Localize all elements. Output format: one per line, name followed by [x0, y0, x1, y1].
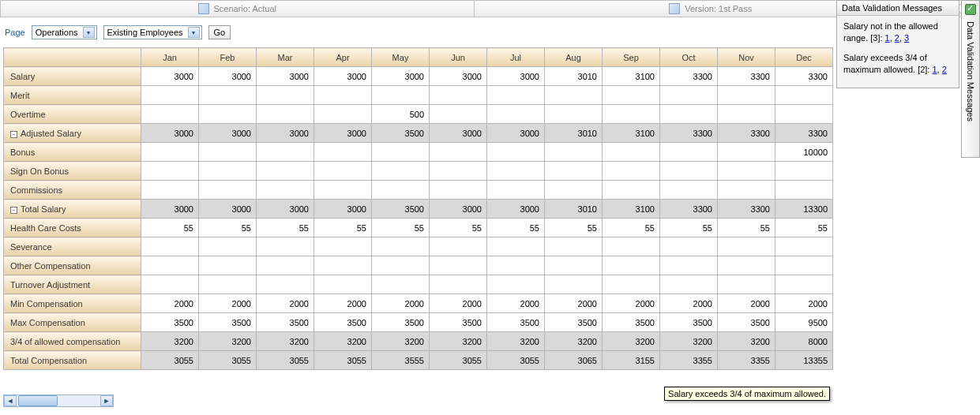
- data-cell[interactable]: 3000: [199, 200, 257, 219]
- column-header[interactable]: Jul: [487, 48, 545, 67]
- data-cell[interactable]: 3100: [603, 67, 660, 86]
- data-cell[interactable]: [603, 256, 660, 275]
- column-header[interactable]: Dec: [775, 48, 833, 67]
- data-cell[interactable]: 3055: [257, 351, 314, 370]
- data-cell[interactable]: [314, 162, 372, 181]
- data-cell[interactable]: [199, 143, 257, 162]
- data-cell[interactable]: 3000: [141, 200, 199, 219]
- data-cell[interactable]: 3065: [545, 351, 603, 370]
- data-cell[interactable]: [141, 237, 199, 256]
- data-cell[interactable]: [603, 143, 660, 162]
- data-cell[interactable]: [487, 143, 545, 162]
- data-cell[interactable]: [487, 86, 545, 105]
- data-cell[interactable]: 3055: [199, 351, 257, 370]
- data-cell[interactable]: [603, 275, 660, 294]
- data-cell[interactable]: [372, 237, 430, 256]
- data-cell[interactable]: 3055: [141, 351, 199, 370]
- data-cell[interactable]: 3200: [603, 332, 660, 351]
- data-cell[interactable]: 3300: [775, 67, 833, 86]
- data-cell[interactable]: 13355: [775, 351, 833, 370]
- data-cell[interactable]: [314, 105, 372, 124]
- data-cell[interactable]: 3500: [430, 313, 487, 332]
- dimension1-select[interactable]: Operations ▾: [32, 25, 97, 39]
- data-cell[interactable]: [603, 181, 660, 200]
- data-cell[interactable]: 55: [775, 219, 833, 237]
- data-cell[interactable]: [141, 256, 199, 275]
- data-cell[interactable]: 3010: [545, 200, 603, 219]
- data-cell[interactable]: [775, 275, 833, 294]
- data-cell[interactable]: [430, 256, 487, 275]
- data-cell[interactable]: 3000: [141, 124, 199, 143]
- data-cell[interactable]: 55: [314, 219, 372, 237]
- data-cell[interactable]: [603, 237, 660, 256]
- data-cell[interactable]: [775, 256, 833, 275]
- data-cell[interactable]: 3300: [660, 124, 718, 143]
- data-cell[interactable]: [775, 162, 833, 181]
- data-cell[interactable]: [487, 181, 545, 200]
- data-cell[interactable]: [257, 143, 314, 162]
- data-cell[interactable]: 3500: [314, 313, 372, 332]
- validation-link[interactable]: 1: [885, 33, 890, 43]
- row-header[interactable]: 3/4 of allowed compensation: [4, 332, 141, 351]
- data-cell[interactable]: 2000: [199, 294, 257, 313]
- data-cell[interactable]: [487, 237, 545, 256]
- data-cell[interactable]: 3500: [141, 313, 199, 332]
- data-cell[interactable]: 3200: [545, 332, 603, 351]
- data-cell[interactable]: [603, 86, 660, 105]
- data-cell[interactable]: [660, 237, 718, 256]
- data-cell[interactable]: [372, 181, 430, 200]
- scroll-track[interactable]: [17, 395, 100, 406]
- data-cell[interactable]: 3200: [372, 332, 430, 351]
- data-cell[interactable]: 3155: [603, 351, 660, 370]
- row-header[interactable]: -Adjusted Salary: [4, 124, 141, 143]
- data-cell[interactable]: 2000: [603, 294, 660, 313]
- data-cell[interactable]: 2000: [545, 294, 603, 313]
- data-cell[interactable]: [718, 86, 775, 105]
- validation-link[interactable]: 2: [942, 65, 947, 74]
- data-cell[interactable]: [199, 275, 257, 294]
- data-cell[interactable]: 2000: [372, 294, 430, 313]
- data-cell[interactable]: [545, 237, 603, 256]
- data-cell[interactable]: 3000: [487, 200, 545, 219]
- data-cell[interactable]: 3000: [487, 67, 545, 86]
- data-cell[interactable]: [199, 162, 257, 181]
- scroll-left-icon[interactable]: ◄: [4, 395, 17, 406]
- data-cell[interactable]: 3500: [372, 313, 430, 332]
- scroll-thumb[interactable]: [18, 395, 58, 406]
- row-header[interactable]: Merit: [4, 86, 141, 105]
- data-cell[interactable]: [545, 275, 603, 294]
- data-cell[interactable]: 55: [372, 219, 430, 237]
- data-cell[interactable]: 2000: [430, 294, 487, 313]
- data-cell[interactable]: 55: [430, 219, 487, 237]
- data-cell[interactable]: [660, 181, 718, 200]
- data-cell[interactable]: 3300: [718, 124, 775, 143]
- row-header[interactable]: Min Compensation: [4, 294, 141, 313]
- data-cell[interactable]: 3000: [430, 200, 487, 219]
- row-header[interactable]: Max Compensation: [4, 313, 141, 332]
- data-cell[interactable]: [257, 275, 314, 294]
- column-header[interactable]: Jan: [141, 48, 199, 67]
- data-cell[interactable]: 3000: [314, 124, 372, 143]
- data-cell[interactable]: 3100: [603, 200, 660, 219]
- data-cell[interactable]: [603, 162, 660, 181]
- data-cell[interactable]: 3500: [199, 313, 257, 332]
- data-cell[interactable]: 3000: [314, 67, 372, 86]
- data-cell[interactable]: 8000: [775, 332, 833, 351]
- data-cell[interactable]: 55: [487, 219, 545, 237]
- data-cell[interactable]: 3000: [141, 67, 199, 86]
- collapse-icon[interactable]: -: [10, 207, 17, 214]
- validation-link[interactable]: 2: [895, 33, 899, 43]
- data-cell[interactable]: 55: [141, 219, 199, 237]
- data-cell[interactable]: 10000: [775, 143, 833, 162]
- data-cell[interactable]: 2000: [141, 294, 199, 313]
- data-cell[interactable]: 3355: [718, 351, 775, 370]
- data-cell[interactable]: 9500: [775, 313, 833, 332]
- data-cell[interactable]: 3010: [545, 124, 603, 143]
- column-header[interactable]: Aug: [545, 48, 603, 67]
- data-cell[interactable]: [430, 237, 487, 256]
- data-cell[interactable]: [257, 237, 314, 256]
- data-cell[interactable]: 3200: [430, 332, 487, 351]
- data-cell[interactable]: [141, 162, 199, 181]
- row-header[interactable]: Severance: [4, 237, 141, 256]
- data-cell[interactable]: 55: [545, 219, 603, 237]
